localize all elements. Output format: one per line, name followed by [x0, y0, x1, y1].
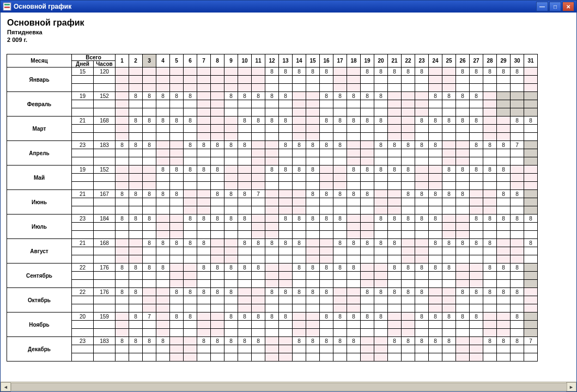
day-sub-cell[interactable] — [361, 247, 374, 255]
day-sub-cell[interactable] — [415, 247, 429, 255]
day-sub-cell[interactable] — [116, 345, 129, 353]
day-sub-cell[interactable] — [442, 108, 456, 117]
day-sub-cell[interactable] — [524, 182, 538, 190]
day-sub-cell[interactable] — [333, 255, 347, 264]
day-sub-cell[interactable] — [483, 84, 497, 92]
day-cell[interactable]: 8 — [497, 166, 511, 174]
day-cell[interactable] — [238, 166, 252, 174]
day-sub-cell[interactable] — [524, 345, 538, 353]
day-cell[interactable]: 8 — [456, 288, 470, 296]
day-sub-cell[interactable] — [361, 353, 374, 362]
day-cell[interactable] — [238, 68, 252, 76]
day-sub-cell[interactable] — [252, 280, 265, 288]
day-sub-cell[interactable] — [143, 329, 156, 337]
day-sub-cell[interactable] — [156, 223, 170, 231]
day-cell[interactable] — [320, 239, 333, 247]
day-cell[interactable] — [293, 190, 306, 198]
day-cell[interactable]: 8 — [320, 92, 333, 100]
day-cell[interactable] — [374, 337, 388, 345]
col-day-9[interactable]: 9 — [224, 54, 238, 68]
day-sub-cell[interactable] — [252, 304, 265, 313]
day-sub-cell[interactable] — [293, 198, 306, 206]
day-cell[interactable] — [497, 92, 511, 100]
day-sub-cell[interactable] — [116, 174, 129, 182]
day-sub-cell[interactable] — [456, 182, 470, 190]
day-sub-cell[interactable] — [279, 345, 293, 353]
day-sub-cell[interactable] — [252, 100, 265, 108]
day-cell[interactable]: 8 — [156, 92, 170, 100]
day-sub-cell[interactable] — [197, 231, 211, 239]
day-cell[interactable] — [265, 264, 279, 272]
day-sub-cell[interactable] — [293, 329, 306, 337]
day-sub-cell[interactable] — [170, 247, 184, 255]
day-sub-cell[interactable] — [442, 100, 456, 108]
day-sub-cell[interactable] — [306, 231, 320, 239]
day-cell[interactable]: 8 — [442, 190, 456, 198]
day-sub-cell[interactable] — [129, 247, 143, 255]
day-cell[interactable]: 8 — [497, 215, 511, 223]
day-sub-cell[interactable] — [388, 321, 402, 329]
day-cell[interactable] — [170, 264, 184, 272]
day-sub-cell[interactable] — [347, 345, 361, 353]
day-cell[interactable] — [347, 141, 361, 149]
day-cell[interactable]: 8 — [483, 68, 497, 76]
day-sub-cell[interactable] — [238, 100, 252, 108]
day-sub-cell[interactable] — [156, 280, 170, 288]
day-cell[interactable] — [470, 190, 483, 198]
day-cell[interactable] — [442, 288, 456, 296]
day-cell[interactable]: 8 — [143, 117, 156, 125]
day-cell[interactable]: 8 — [279, 313, 293, 321]
col-day-1[interactable]: 1 — [116, 54, 129, 68]
day-cell[interactable]: 8 — [347, 190, 361, 198]
day-cell[interactable] — [116, 239, 129, 247]
day-cell[interactable]: 8 — [184, 166, 197, 174]
day-cell[interactable]: 8 — [143, 190, 156, 198]
day-cell[interactable]: 8 — [347, 264, 361, 272]
day-cell[interactable] — [374, 190, 388, 198]
day-cell[interactable] — [252, 215, 265, 223]
day-cell[interactable] — [211, 313, 224, 321]
day-sub-cell[interactable] — [374, 198, 388, 206]
day-cell[interactable]: 8 — [156, 166, 170, 174]
day-sub-cell[interactable] — [211, 206, 224, 215]
day-sub-cell[interactable] — [279, 182, 293, 190]
day-sub-cell[interactable] — [306, 345, 320, 353]
day-sub-cell[interactable] — [238, 84, 252, 92]
day-cell[interactable]: 8 — [224, 141, 238, 149]
day-sub-cell[interactable] — [415, 255, 429, 264]
day-sub-cell[interactable] — [524, 84, 538, 92]
day-cell[interactable] — [347, 68, 361, 76]
day-sub-cell[interactable] — [252, 133, 265, 141]
day-sub-cell[interactable] — [333, 296, 347, 304]
day-sub-cell[interactable] — [279, 247, 293, 255]
day-sub-cell[interactable] — [129, 157, 143, 166]
day-sub-cell[interactable] — [388, 182, 402, 190]
day-sub-cell[interactable] — [374, 100, 388, 108]
day-sub-cell[interactable] — [116, 149, 129, 157]
day-sub-cell[interactable] — [116, 272, 129, 280]
day-sub-cell[interactable] — [211, 231, 224, 239]
day-sub-cell[interactable] — [333, 206, 347, 215]
day-sub-cell[interactable] — [184, 149, 197, 157]
col-day-7[interactable]: 7 — [197, 54, 211, 68]
day-sub-cell[interactable] — [442, 231, 456, 239]
day-sub-cell[interactable] — [129, 272, 143, 280]
day-cell[interactable]: 8 — [483, 337, 497, 345]
day-cell[interactable] — [524, 190, 538, 198]
day-sub-cell[interactable] — [415, 304, 429, 313]
day-sub-cell[interactable] — [402, 223, 415, 231]
day-sub-cell[interactable] — [415, 272, 429, 280]
day-sub-cell[interactable] — [511, 206, 524, 215]
day-sub-cell[interactable] — [224, 280, 238, 288]
day-cell[interactable]: 8 — [402, 68, 415, 76]
day-sub-cell[interactable] — [306, 108, 320, 117]
day-sub-cell[interactable] — [388, 247, 402, 255]
day-cell[interactable]: 8 — [279, 92, 293, 100]
day-sub-cell[interactable] — [156, 182, 170, 190]
day-sub-cell[interactable] — [511, 255, 524, 264]
day-cell[interactable]: 8 — [374, 166, 388, 174]
day-cell[interactable]: 8 — [483, 264, 497, 272]
col-day-4[interactable]: 4 — [156, 54, 170, 68]
day-cell[interactable]: 8 — [374, 288, 388, 296]
day-sub-cell[interactable] — [170, 182, 184, 190]
